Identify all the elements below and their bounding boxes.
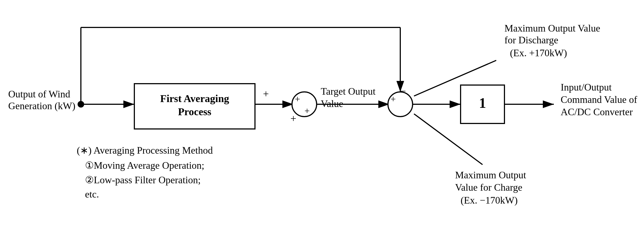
max-charge-label2: Value for Charge <box>455 182 522 193</box>
sum2-plus: + <box>390 94 396 104</box>
avg-method-1: ①Moving Average Operation; <box>85 160 204 171</box>
max-charge-label3: (Ex. −170kW) <box>461 195 518 206</box>
avg-method-label: (∗) Averaging Processing Method <box>77 145 213 156</box>
max-discharge-label3: (Ex. +170kW) <box>510 47 567 58</box>
plus-below-sum1: + <box>290 113 296 124</box>
first-avg-label2: Process <box>178 106 211 117</box>
io-command-label3: AC/DC Converter <box>561 106 633 117</box>
gain-label: 1 <box>479 95 486 111</box>
wind-output-label2: Generation (kW) <box>8 100 75 111</box>
sum1-plus-top: + <box>295 94 300 104</box>
max-discharge-label1: Maximum Output Value <box>504 23 600 34</box>
wind-output-label1: Output of Wind <box>8 89 70 100</box>
max-discharge-label2: for Discharge <box>504 35 558 46</box>
io-command-label1: Input/Output <box>561 82 612 93</box>
diagram-container: First Averaging Process + + + − 1 <box>0 0 644 245</box>
target-output-label1: Target Output <box>321 86 376 97</box>
plus-before-sum1: + <box>263 88 269 100</box>
avg-method-3: etc. <box>85 189 99 200</box>
sum2-minus: − <box>400 85 406 97</box>
target-output-label2: Value <box>321 98 343 109</box>
diagram-svg: First Averaging Process + + + − 1 <box>0 0 644 245</box>
sum1-plus-right: + <box>304 106 310 116</box>
first-avg-label1: First Averaging <box>160 93 229 104</box>
io-command-label2: Command Value of <box>561 94 637 105</box>
avg-method-2: ②Low-pass Filter Operation; <box>85 174 201 185</box>
max-charge-label1: Maximum Output <box>455 170 526 181</box>
